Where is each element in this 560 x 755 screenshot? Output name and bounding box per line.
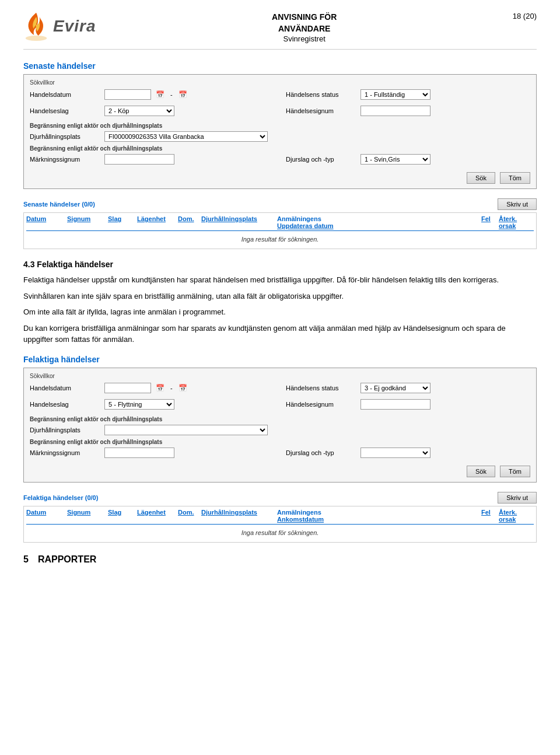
col-fel1: Fel bbox=[481, 215, 499, 229]
sok-button2[interactable]: Sök bbox=[467, 466, 495, 477]
djurslag-select2[interactable] bbox=[360, 448, 430, 458]
btn-row-1: Sök Töm bbox=[30, 172, 530, 184]
no-results1: Inga resultat för sökningen. bbox=[26, 232, 534, 246]
handelsesignum-input1[interactable] bbox=[360, 106, 430, 116]
col-aterk2: Återk. orsak bbox=[499, 509, 534, 523]
sub-label2b: Begränsning enligt aktör och djurhållnin… bbox=[30, 439, 530, 445]
form-row-djurhallning1: Djurhållningsplats FI000009026353 Villa … bbox=[30, 131, 530, 142]
evira-logo-text: Evira bbox=[53, 17, 96, 36]
chapter-title: RAPPORTER bbox=[38, 554, 96, 565]
col-anmalningens1: Anmälningens Uppdateras datum bbox=[277, 215, 481, 229]
sok-button1[interactable]: Sök bbox=[467, 172, 495, 184]
section1-heading: Senaste händelser bbox=[23, 61, 537, 71]
handelseslag-select2[interactable]: 5 - Flyttning bbox=[104, 399, 174, 410]
no-results2: Inga resultat för sökningen. bbox=[26, 526, 534, 540]
form-col-right-2: Djurslag och -typ 1 - Svin,Gris bbox=[274, 154, 530, 167]
results-header1: Senaste händelser (0/0) Skriv ut bbox=[23, 198, 537, 210]
form-col-left-1: Handelsdatum 📅 - 📅 Handelseslag 2 - Köp bbox=[30, 89, 274, 119]
handelsstatus-select2[interactable]: 3 - Ej godkänd bbox=[360, 383, 430, 393]
markningssignum-input1[interactable] bbox=[104, 154, 174, 165]
col-handelsdatum1: Datum bbox=[26, 215, 67, 229]
sub-label1a: Begränsning enligt aktör och djurhållnin… bbox=[30, 123, 530, 129]
handelsstatus-select1[interactable]: 1 - Fullständig bbox=[360, 89, 430, 100]
form-col-right-3: Händelsens status 3 - Ej godkänd Händels… bbox=[274, 383, 530, 413]
form-row-handelsesignum2: Händelsesignum bbox=[286, 399, 530, 410]
form-row-handelsstatus2: Händelsens status 3 - Ej godkänd bbox=[286, 383, 530, 393]
results-cols1: Datum Signum Slag Lägenhet Dom. Djurhåll… bbox=[26, 215, 534, 231]
calendar-from-icon2[interactable]: 📅 bbox=[156, 384, 164, 392]
handelseslag-label1: Handelseslag bbox=[30, 107, 100, 114]
results-cols2: Datum Signum Slag Lägenhet Dom. Djurhåll… bbox=[26, 509, 534, 525]
form-col-left-4: Märkningssignum bbox=[30, 448, 274, 461]
body-para2: Svinhållaren kan inte själv spara en bri… bbox=[23, 291, 537, 302]
djurhallningsplats-label2: Djurhållningsplats bbox=[30, 427, 100, 434]
form-row-djurhallning2: Djurhållningsplats bbox=[30, 425, 530, 435]
form-row-pair-1: Handelsdatum 📅 - 📅 Handelseslag 2 - Köp … bbox=[30, 89, 530, 119]
col-djurhallningsplats2: Djurhållningsplats bbox=[201, 509, 277, 523]
body-text: 4.3 Felaktiga händelser Felaktiga händel… bbox=[23, 258, 537, 345]
djurslag-select1[interactable]: 1 - Svin,Gris bbox=[360, 154, 430, 165]
tom-button2[interactable]: Töm bbox=[500, 466, 530, 477]
form-row-handelseslag1: Handelseslag 2 - Köp bbox=[30, 106, 274, 116]
col-dom2: Dom. bbox=[178, 509, 201, 523]
markningssignum-label1: Märkningssignum bbox=[30, 156, 100, 163]
title-sub: Svinregistret bbox=[96, 34, 513, 43]
handelsdatum-from-input2[interactable] bbox=[104, 383, 151, 393]
handelsesignum-label2: Händelsesignum bbox=[286, 401, 356, 408]
handelsesignum-label1: Händelsesignum bbox=[286, 107, 356, 114]
form-row-markningssignum2: Märkningssignum bbox=[30, 448, 274, 458]
chapter-number: 5 bbox=[23, 554, 29, 565]
col-lagenhet1: Lägenhet bbox=[137, 215, 178, 229]
markningssignum-input2[interactable] bbox=[104, 448, 174, 458]
date-dash2: - bbox=[170, 385, 173, 392]
handelsstatus-label1: Händelsens status bbox=[286, 91, 356, 98]
col-lagenhet2: Lägenhet bbox=[137, 509, 178, 523]
handelseslag-select1[interactable]: 2 - Köp bbox=[104, 106, 174, 116]
calendar-to-icon1[interactable]: 📅 bbox=[178, 90, 187, 99]
section2-search-box: Sökvillkor Handelsdatum 📅 - 📅 Handelsesl… bbox=[23, 368, 537, 483]
body-para3: Om inte alla fält är ifyllda, lagras int… bbox=[23, 306, 537, 318]
body-para1: Felaktiga händelser uppstår om kundtjäns… bbox=[23, 274, 537, 286]
form-row-handelsdatum2: Handelsdatum 📅 - 📅 bbox=[30, 383, 274, 393]
page-number: 18 (20) bbox=[513, 12, 537, 20]
results-label2: Felaktiga händelser (0/0) bbox=[23, 494, 98, 501]
form-row-handelseslag2: Handelseslag 5 - Flyttning bbox=[30, 399, 274, 410]
svg-point-0 bbox=[26, 36, 47, 41]
handelsesignum-input2[interactable] bbox=[360, 399, 430, 410]
date-dash1: - bbox=[170, 91, 173, 98]
body-para4: Du kan korrigera bristfälliga anmälninga… bbox=[23, 323, 537, 345]
form-row-markningssignum1: Märkningssignum bbox=[30, 154, 274, 165]
col-djurhallningsplats1: Djurhållningsplats bbox=[201, 215, 277, 229]
col-handelsdatum2: Datum bbox=[26, 509, 67, 523]
calendar-from-icon1[interactable]: 📅 bbox=[156, 90, 164, 99]
sokvillkor-label2: Sökvillkor bbox=[30, 373, 530, 379]
calendar-to-icon2[interactable]: 📅 bbox=[178, 384, 187, 392]
skriv-ut-button1[interactable]: Skriv ut bbox=[498, 198, 537, 210]
form-col-left-3: Handelsdatum 📅 - 📅 Handelseslag 5 - Flyt… bbox=[30, 383, 274, 413]
col-aterk1: Återk. orsak bbox=[499, 215, 534, 229]
results-header2: Felaktiga händelser (0/0) Skriv ut bbox=[23, 492, 537, 504]
djurhallningsplats-select1[interactable]: FI000009026353 Villa Granbacka bbox=[104, 131, 268, 142]
header-title: ANVISNING FÖR ANVÄNDARE Svinregistret bbox=[96, 12, 513, 43]
col-anmalningens2: Anmälningens Ankomstdatum bbox=[277, 509, 481, 523]
djurslag-label2: Djurslag och -typ bbox=[286, 449, 356, 456]
form-row-handelsstatus1: Händelsens status 1 - Fullständig bbox=[286, 89, 530, 100]
markningssignum-label2: Märkningssignum bbox=[30, 449, 100, 456]
form-row-djurslag2: Djurslag och -typ bbox=[286, 448, 530, 458]
form-row-djurslag1: Djurslag och -typ 1 - Svin,Gris bbox=[286, 154, 530, 165]
evira-flame-icon bbox=[23, 12, 50, 41]
handelsdatum-from-input1[interactable] bbox=[104, 89, 151, 100]
sokvillkor-label1: Sökvillkor bbox=[30, 79, 530, 86]
title-main: ANVISNING FÖR ANVÄNDARE bbox=[96, 12, 513, 34]
skriv-ut-button2[interactable]: Skriv ut bbox=[498, 492, 537, 504]
form-row-handelsesignum1: Händelsesignum bbox=[286, 106, 530, 116]
col-dom1: Dom. bbox=[178, 215, 201, 229]
section1-search-box: Sökvillkor Handelsdatum 📅 - 📅 Handelsesl… bbox=[23, 74, 537, 189]
handelsstatus-label2: Händelsens status bbox=[286, 385, 356, 392]
form-col-right-1: Händelsens status 1 - Fullständig Händel… bbox=[274, 89, 530, 119]
btn-row-2: Sök Töm bbox=[30, 466, 530, 477]
handelseslag-label2: Handelseslag bbox=[30, 401, 100, 408]
djurhallningsplats-select2[interactable] bbox=[104, 425, 268, 435]
tom-button1[interactable]: Töm bbox=[500, 172, 530, 184]
col-signum1: Signum bbox=[67, 215, 108, 229]
